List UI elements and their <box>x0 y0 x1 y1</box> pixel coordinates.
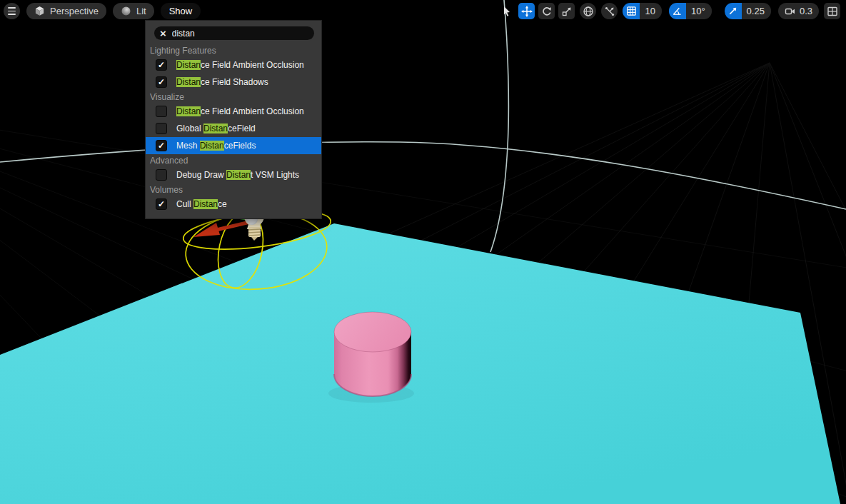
menu-item-label: Debug Draw Distant VSM Lights <box>176 170 299 180</box>
section-header-volumes: Volumes <box>146 183 321 196</box>
show-label: Show <box>169 6 193 16</box>
grid-snap-value[interactable]: 10 <box>640 3 661 19</box>
menu-item-label: Global DistanceField <box>176 124 256 133</box>
checkbox-checked[interactable]: ✓ <box>156 76 167 88</box>
grid-snap-control[interactable]: 10 <box>623 3 661 19</box>
grid-snap-toggle[interactable] <box>623 3 640 19</box>
section-header-advanced: Advanced <box>146 154 321 166</box>
move-tool-button[interactable] <box>518 3 535 19</box>
gizmo-x-axis <box>216 222 250 230</box>
camera-icon <box>785 6 796 17</box>
menu-item-distance-field-shadows[interactable]: ✓ Distance Field Shadows <box>146 74 321 91</box>
rotation-snap-control[interactable]: 10° <box>669 3 712 19</box>
perspective-label: Perspective <box>50 6 99 16</box>
section-header-visualize: Visualize <box>146 91 321 103</box>
show-flags-menu: × Lighting Features ✓ Distance Field Amb… <box>145 20 322 219</box>
checkbox-unchecked[interactable] <box>156 123 167 134</box>
rotate-icon <box>541 6 553 17</box>
globe-icon <box>583 6 594 17</box>
menu-item-debug-draw-distant-vsm-lights[interactable]: Debug Draw Distant VSM Lights <box>146 166 321 183</box>
menu-item-mesh-distancefields[interactable]: ✓ Mesh DistanceFields <box>146 137 321 154</box>
search-input[interactable] <box>172 29 308 39</box>
menu-item-distance-field-ambient-occlusion[interactable]: ✓ Distance Field Ambient Occlusion <box>146 56 321 74</box>
menu-item-cull-distance[interactable]: ✓ Cull Distance <box>146 196 321 213</box>
grid-snap-icon <box>626 6 637 16</box>
lit-mode-button[interactable]: Lit <box>113 3 154 19</box>
cube-icon <box>34 6 45 16</box>
menu-search-box[interactable]: × <box>154 26 314 40</box>
checkbox-checked[interactable]: ✓ <box>156 198 167 210</box>
scale-snap-toggle[interactable] <box>725 3 742 19</box>
scale-snap-value[interactable]: 0.25 <box>742 3 771 19</box>
move-icon <box>521 6 533 17</box>
viewport-toolbar-left: Perspective Lit Show <box>4 3 201 19</box>
viewport-options-button[interactable] <box>4 3 20 19</box>
menu-item-visualize-dfao[interactable]: Distance Field Ambient Occlusion <box>146 103 321 120</box>
checkbox-unchecked[interactable] <box>156 106 167 117</box>
scale-tool-button[interactable] <box>558 3 575 19</box>
clear-search-icon[interactable]: × <box>160 28 166 39</box>
checkbox-checked[interactable]: ✓ <box>156 59 167 71</box>
rotate-tool-button[interactable] <box>538 3 555 19</box>
scale-snap-control[interactable]: 0.25 <box>725 3 771 19</box>
scene-render <box>0 0 846 504</box>
lit-sphere-icon <box>121 6 131 16</box>
scale-snap-icon <box>727 6 738 16</box>
rotation-snap-value[interactable]: 10° <box>686 3 712 19</box>
maximize-viewport-button[interactable] <box>824 3 840 19</box>
checkbox-checked[interactable]: ✓ <box>156 140 167 151</box>
floor-plane <box>0 223 840 504</box>
checkbox-unchecked[interactable] <box>156 169 167 181</box>
quad-view-icon <box>827 6 838 17</box>
menu-item-label: Cull Distance <box>176 199 227 209</box>
angle-snap-icon <box>672 6 683 16</box>
bounds-arcs <box>0 0 846 252</box>
hamburger-icon <box>8 7 16 14</box>
actor-snap-icon <box>604 6 615 17</box>
menu-item-label: Distance Field Ambient Occlusion <box>176 106 304 116</box>
lit-label: Lit <box>136 6 146 16</box>
viewport-toolbar-right: 10 10° 0.25 <box>498 3 840 19</box>
perspective-button[interactable]: Perspective <box>26 3 106 19</box>
section-header-lighting-features: Lighting Features <box>146 44 321 56</box>
snapping-options-button[interactable] <box>601 3 618 19</box>
rotation-snap-toggle[interactable] <box>669 3 686 19</box>
menu-item-label: Mesh DistanceFields <box>176 141 256 151</box>
pink-cylinder <box>328 312 414 403</box>
cursor-icon <box>501 6 513 17</box>
scale-icon <box>561 6 573 17</box>
menu-item-global-distancefield[interactable]: Global DistanceField <box>146 120 321 137</box>
world-local-toggle-button[interactable] <box>580 3 596 19</box>
camera-speed-value: 0.3 <box>800 6 812 16</box>
show-button[interactable]: Show <box>161 3 201 19</box>
menu-item-label: Distance Field Shadows <box>176 77 268 87</box>
camera-speed-control[interactable]: 0.3 <box>778 3 819 19</box>
viewport[interactable]: Perspective Lit Show <box>0 0 846 504</box>
menu-item-label: Distance Field Ambient Occlusion <box>176 60 304 70</box>
select-tool-button[interactable] <box>498 3 515 19</box>
